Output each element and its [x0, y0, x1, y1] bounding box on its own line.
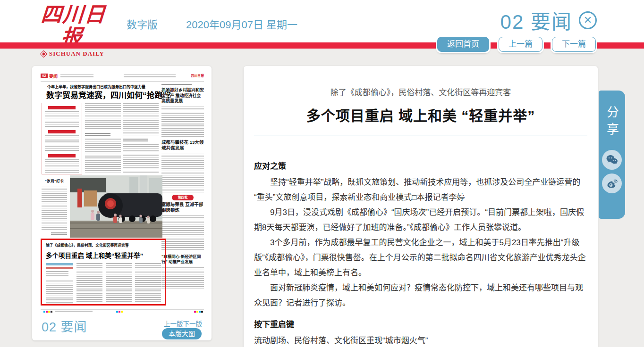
thumb-banner-label: 第四批	[172, 195, 194, 200]
digital-edition-label[interactable]: 数字版	[127, 16, 158, 31]
logo-emblem-icon	[40, 50, 48, 58]
article-headline: 多个项目重启 域上和美 “轻重并举”	[254, 104, 587, 125]
next-page-link[interactable]: 下一版	[183, 321, 203, 328]
article-panel: 除了《成都偷心》，民俗村落、文化街区等再迎宾客 多个项目重启 域上和美 “轻重并…	[244, 66, 598, 347]
logo-english-title: SICHUAN DAILY	[49, 50, 104, 58]
article-kicker: 除了《成都偷心》，民俗村落、文化街区等再迎宾客	[254, 86, 587, 98]
big-image-button[interactable]: 本版大图	[162, 328, 202, 339]
thumb-left-column: “岁月”打卡	[42, 179, 67, 235]
back-home-button[interactable]: 返回首页	[437, 37, 489, 52]
article-subhead: 按下重启键	[254, 317, 587, 332]
text-placeholder	[124, 74, 176, 77]
article-rule	[254, 135, 587, 135]
preview-page-label: 02 要闻	[42, 317, 87, 335]
prev-article-button[interactable]: 上一篇	[499, 37, 542, 52]
thumb-bottom-strip	[41, 309, 204, 313]
weibo-icon	[605, 177, 619, 190]
thumb-top-headline: 数字贸易竞速赛，四川如何“抢跑”？	[46, 89, 175, 100]
prev-page-link[interactable]: 上一版	[164, 321, 183, 328]
highlight-headline: 多个项目重启 域上和美“轻重并举”	[46, 250, 161, 260]
article-body: 应对之策 坚持“轻重并举”战略，既抓文旅策划、推动新技术应用等，也抓涉及公司全产…	[254, 159, 587, 347]
article-highlight-box[interactable]: 除了《成都偷心》，民俗村落、文化街区等再迎宾客 多个项目重启 域上和美“轻重并举…	[41, 239, 166, 306]
page-preview-card: 02 要闻 四川日报 今年上半年，我省数字服务出口已成为服务出口的中坚力量 数字…	[32, 66, 212, 340]
page-title: 02 要闻	[500, 6, 572, 34]
article-nav: 返回首页 上一篇 下一篇	[437, 37, 596, 52]
text-column-placeholder	[123, 103, 159, 174]
header: 四川日报 SICHUAN DAILY 数字版 2020年09月07日 星期一 0…	[0, 0, 644, 42]
preview-footer-rule	[41, 334, 178, 334]
wechat-share-button[interactable]	[602, 150, 622, 170]
thumb-side-headline: “幸福同心·新经济区同行” 助推产业发展	[161, 254, 204, 264]
thumb-photo-col-head: “岁月”打卡	[42, 179, 67, 184]
highlight-text-columns	[46, 263, 161, 303]
thumb-red-sidebar-box	[42, 103, 82, 174]
page-switch-links: 上一版下一版	[164, 319, 202, 328]
highlight-kicker: 除了《成都偷心》，民俗村落、文化街区等再迎宾客	[46, 242, 162, 248]
article-paragraph: 坚持“轻重并举”战略，既抓文旅策划、推动新技术应用等，也抓涉及公司全产业链运营的…	[254, 175, 587, 205]
article-paragraph: 9月3日，浸没式戏剧《成都偷心》“国庆场次”已经开启预订。“目前门票都上架啦，国…	[254, 205, 587, 235]
thumb-section-badge: 要闻	[49, 73, 58, 79]
thumb-mini-masthead: 四川日报	[191, 73, 204, 78]
article-paragraph: 面对新冠肺炎疫情，域上和美如何应对？疫情常态化防控下，域上和美还有哪些项目与观众…	[254, 281, 587, 311]
thumb-side-headline: 成都与攀枝花 13大领域共谋发展	[161, 140, 204, 151]
thumb-side-headline: 抓紧抓好乡村振兴和安全生产 推动经济社会高质量发展	[161, 88, 204, 104]
share-label: 分享	[603, 106, 621, 146]
wechat-icon	[605, 153, 619, 166]
sichuan-daily-logo[interactable]: 四川日报 SICHUAN DAILY	[30, 4, 115, 58]
next-article-button[interactable]: 下一篇	[552, 37, 596, 52]
thumb-page-number-badge: 02	[41, 74, 48, 78]
text-placeholder	[60, 74, 93, 77]
thumb-side-headline: 富顺与荣县 互派干部跟岗锻炼	[161, 202, 204, 214]
issue-date: 2020年09月07日 星期一	[186, 16, 297, 31]
article-paragraph: 流动剧场、民俗村落、文化街区重现“城市烟火气”	[254, 333, 587, 347]
thumb-right-column: 抓紧抓好乡村振兴和安全生产 推动经济社会高质量发展 成都与攀枝花 13大领域共谋…	[161, 84, 204, 289]
share-panel: 分享	[599, 91, 625, 219]
article-subhead: 应对之策	[254, 159, 587, 174]
text-column-placeholder	[85, 103, 121, 174]
thumb-rule	[41, 81, 204, 82]
close-icon[interactable]: ✕	[579, 11, 597, 29]
page-photo-locomotive	[70, 175, 162, 238]
thumb-masthead: 02 要闻 四川日报	[41, 74, 204, 80]
newspaper-page-thumbnail[interactable]: 02 要闻 四川日报 今年上半年，我省数字服务出口已成为服务出口的中坚力量 数字…	[41, 73, 204, 314]
weibo-share-button[interactable]	[602, 174, 622, 193]
article-paragraph: 3个多月前，作为成都最早复工的民营文化企业之一，域上和美于5月23日率先推出“升…	[254, 235, 587, 281]
